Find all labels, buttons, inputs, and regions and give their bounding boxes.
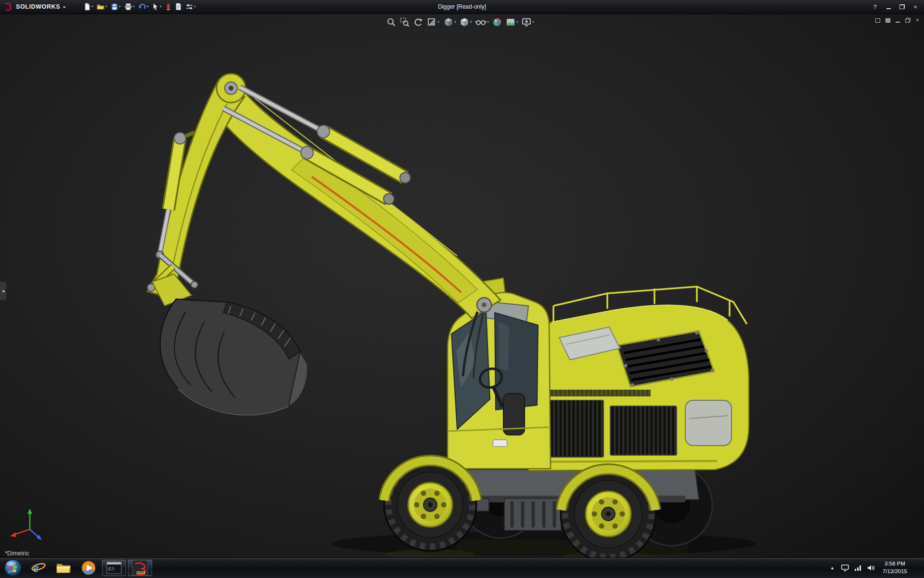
cab[interactable]	[448, 292, 551, 469]
display-tray-icon[interactable]	[841, 565, 849, 571]
dropdown-caret[interactable]: ▾	[147, 5, 149, 9]
bucket-linkage	[147, 255, 198, 306]
dropdown-caret[interactable]: ▾	[437, 20, 439, 24]
print-button[interactable]: ▾	[123, 2, 136, 12]
solidworks-app-icon: 2015	[132, 560, 148, 576]
engine-housing[interactable]	[528, 287, 749, 471]
options-sliders-icon	[185, 3, 193, 11]
start-button[interactable]	[0, 558, 26, 578]
minimize-icon	[886, 8, 891, 9]
internet-explorer-icon: e	[30, 560, 47, 576]
view-settings-icon	[521, 17, 532, 27]
doc-close-button[interactable]: ×	[916, 16, 919, 24]
new-document-button[interactable]: ▾	[82, 2, 94, 12]
dropdown-caret[interactable]: ▾	[454, 20, 456, 24]
taskbar-clock[interactable]: 3:58 PM 7/13/2015	[881, 560, 911, 575]
zoom-to-area-button[interactable]	[398, 16, 411, 28]
clock-date: 7/13/2015	[883, 568, 907, 576]
close-button[interactable]: ×	[910, 2, 921, 12]
save-button[interactable]: ▾	[110, 2, 122, 12]
volume-tray-icon[interactable]	[867, 565, 875, 571]
open-folder-icon	[97, 3, 105, 11]
dropdown-caret[interactable]: ▾	[532, 20, 534, 24]
media-player-icon	[80, 560, 97, 576]
hide-show-items-button[interactable]: ▾	[474, 16, 490, 28]
dropdown-caret[interactable]: ▾	[516, 20, 518, 24]
zoom-to-fit-icon	[386, 17, 397, 27]
open-button[interactable]: ▾	[96, 2, 108, 12]
display-style-button[interactable]: ▾	[458, 16, 473, 28]
view-orientation-label: *Dimetric	[5, 550, 29, 557]
featuremanager-collapsed-tab[interactable]: ◂	[0, 282, 6, 300]
orientation-triad	[10, 507, 48, 546]
side-grille-right	[610, 406, 677, 455]
bucket[interactable]	[160, 299, 308, 415]
select-button[interactable]: ▾	[151, 2, 163, 12]
excavator-model[interactable]	[0, 14, 924, 557]
edit-appearance-button[interactable]	[491, 16, 503, 28]
viewport-split-button[interactable]	[875, 16, 880, 24]
dropdown-caret[interactable]: ▾	[91, 5, 93, 9]
doc-restore-button[interactable]	[905, 16, 911, 24]
windows-taskbar: e C:\ 2015 ▲	[0, 557, 924, 578]
file-properties-icon	[175, 3, 182, 11]
show-hidden-icons-button[interactable]: ▲	[829, 564, 836, 572]
restore-button[interactable]	[896, 2, 908, 12]
save-icon	[111, 3, 118, 11]
options-button[interactable]: ▾	[184, 2, 197, 12]
file-properties-button[interactable]	[174, 2, 183, 12]
zoom-to-area-icon	[399, 17, 410, 27]
select-cursor-icon	[152, 3, 159, 11]
new-window-icon	[886, 18, 890, 23]
apply-scene-button[interactable]: ▾	[504, 16, 519, 28]
section-view-icon	[426, 17, 437, 27]
previous-view-button[interactable]	[412, 16, 424, 28]
color-swatch-icon	[165, 3, 171, 11]
svg-text:e: e	[33, 561, 39, 575]
dropdown-caret[interactable]: ▾	[105, 5, 107, 9]
edit-appearance-ball-icon	[492, 17, 502, 27]
doc-minimize-button[interactable]	[896, 16, 900, 24]
cmd-label: C:\	[108, 566, 114, 571]
help-button[interactable]: ?	[869, 2, 881, 12]
vent-strip	[535, 390, 651, 396]
windows-start-icon	[4, 559, 22, 577]
heads-up-view-toolbar: ▾ ▾ ▾ ▾	[383, 16, 537, 28]
apply-scene-icon	[505, 17, 516, 27]
doc-minimize-icon	[896, 22, 900, 23]
display-style-icon	[459, 17, 470, 27]
dropdown-caret[interactable]: ▾	[160, 5, 162, 9]
taskbar-item-media-player[interactable]	[76, 558, 101, 578]
dropdown-caret[interactable]: ▾	[194, 5, 196, 9]
color-swatch-button[interactable]	[164, 2, 172, 12]
clock-time: 3:58 PM	[883, 560, 907, 568]
solidworks-brand[interactable]: SOLIDWORKS ▸	[0, 2, 70, 11]
section-view-button[interactable]: ▾	[425, 16, 440, 28]
previous-view-icon	[413, 17, 424, 27]
rear-window	[685, 400, 732, 446]
document-window-controls: ×	[875, 16, 919, 24]
view-settings-button[interactable]: ▾	[520, 16, 535, 28]
dropdown-caret[interactable]: ▾	[133, 5, 135, 9]
undo-button[interactable]: ▾	[137, 2, 150, 12]
minimize-button[interactable]	[883, 2, 894, 12]
doc-restore-icon	[905, 18, 911, 23]
view-orientation-button[interactable]: ▾	[442, 16, 457, 28]
split-icon	[875, 18, 880, 23]
solidworks-version-badge: 2015	[136, 570, 145, 575]
taskbar-item-solidworks[interactable]: 2015	[128, 560, 152, 576]
window-controls: ? ×	[869, 2, 924, 12]
dassault-3ds-logo-icon	[4, 2, 13, 11]
zoom-to-fit-button[interactable]	[385, 16, 398, 28]
taskbar-item-command-prompt[interactable]: C:\	[102, 560, 126, 576]
command-prompt-icon: C:\	[106, 562, 122, 574]
taskbar-item-windows-explorer[interactable]	[51, 558, 76, 578]
dropdown-caret[interactable]: ▾	[487, 20, 489, 24]
dropdown-caret[interactable]: ▾	[470, 20, 472, 24]
dropdown-caret[interactable]: ▾	[119, 5, 121, 9]
taskbar-item-internet-explorer[interactable]: e	[26, 558, 51, 578]
graphics-viewport[interactable]: ▾ ▾ ▾ ▾	[0, 14, 924, 557]
new-window-button[interactable]	[886, 16, 890, 24]
network-tray-icon[interactable]	[854, 565, 862, 571]
menu-expand-icon[interactable]: ▸	[64, 4, 66, 9]
